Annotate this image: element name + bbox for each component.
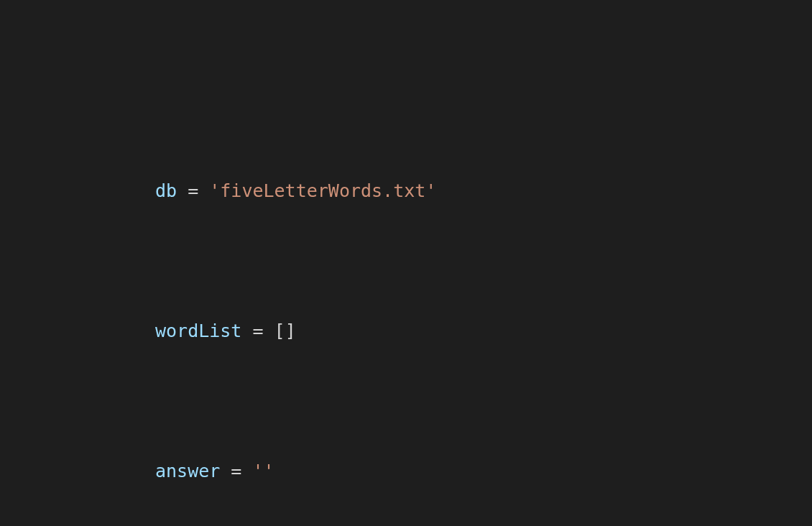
string-literal: '' [252,461,274,481]
variable-db: db [155,180,177,201]
code-line: wordList = [] [155,317,812,345]
brackets: [] [274,320,296,341]
variable-answer: answer [155,461,220,481]
operator-assign: = [220,461,252,481]
variable-wordlist: wordList [155,320,241,341]
operator-assign: = [241,320,274,341]
code-line: answer = '' [155,457,812,485]
string-literal: 'fiveLetterWords.txt' [209,180,436,201]
code-editor[interactable]: db = 'fiveLetterWords.txt' wordList = []… [0,0,812,526]
code-line: db = 'fiveLetterWords.txt' [155,177,812,205]
operator-assign: = [177,180,209,201]
